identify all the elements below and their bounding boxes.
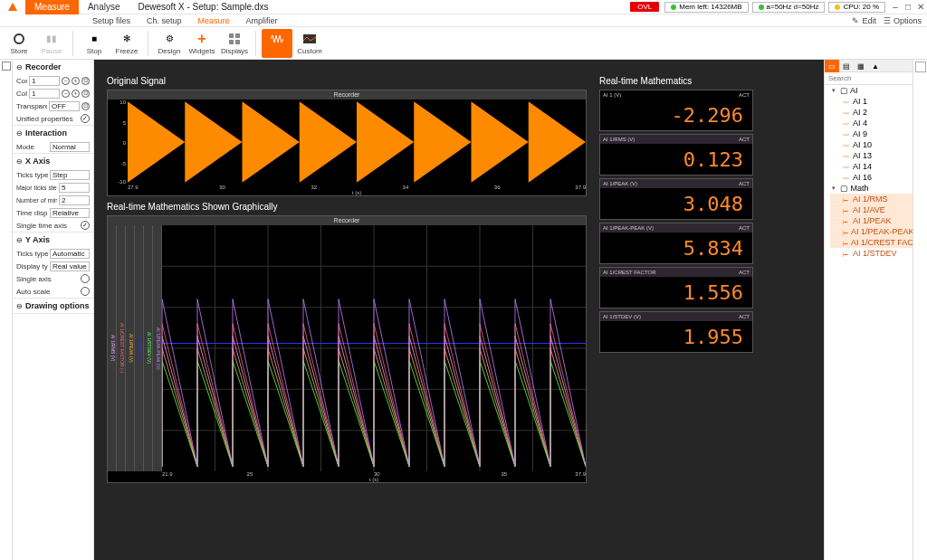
widgets-button[interactable]: +Widgets [186, 29, 217, 58]
section-drawing[interactable]: Drawing options [13, 299, 93, 313]
transparency-input[interactable]: OFF [49, 101, 80, 111]
tab-analyse[interactable]: Analyse [79, 0, 129, 14]
chart-original[interactable]: Recorder 1050-5-10 27.93032343637.9t (s) [107, 90, 587, 196]
tree-math-root[interactable]: ▢ Math [830, 183, 913, 194]
svg-rect-5 [235, 40, 240, 44]
plus-icon: + [195, 32, 209, 46]
mode-select[interactable]: Normal [50, 142, 90, 152]
mini-box[interactable] [915, 62, 926, 72]
displays-button[interactable]: Displays [219, 29, 250, 58]
window-max[interactable]: □ [902, 2, 914, 12]
stop-button[interactable]: ■Stop [79, 29, 110, 58]
controls-minus[interactable]: − [62, 77, 70, 85]
store-button[interactable]: Store [4, 29, 34, 58]
window-close[interactable]: ✕ [914, 2, 927, 12]
tree-item[interactable]: AI 9 [830, 128, 913, 139]
wave-icon [270, 32, 284, 46]
titlebar: Measure Analyse Dewesoft X - Setup: Samp… [0, 0, 927, 14]
record-icon [12, 32, 26, 46]
options-link[interactable]: ☰Options [884, 16, 922, 25]
timedisplay-select[interactable]: Relative [50, 208, 90, 218]
canvas: Original Signal Recorder 1050-5-10 27.93… [94, 60, 824, 560]
custom-button[interactable]: Custom [294, 29, 325, 58]
snowflake-icon: ✻ [119, 32, 134, 46]
tree-item[interactable]: AI 16 [830, 172, 913, 183]
columns-plus[interactable]: + [72, 90, 80, 98]
mini-strip [913, 60, 927, 560]
chart-header-2: Recorder [108, 216, 586, 225]
tree-item[interactable]: AI 10 [830, 139, 913, 150]
ovl-badge: OVL [630, 2, 659, 12]
tree-item[interactable]: AI 4 [830, 118, 913, 128]
design-button[interactable]: ⚙Design [154, 29, 185, 58]
status-freq: a=50Hz d=50Hz [752, 2, 826, 13]
tab-measure[interactable]: Measure [25, 0, 79, 14]
property-strip [0, 60, 13, 560]
controls-plus[interactable]: + [72, 77, 80, 85]
meter-2[interactable]: AI 1/PEAK (V)ACT3.048 [599, 178, 753, 220]
menu-ch-setup[interactable]: Ch. setup [139, 16, 189, 25]
tree-item[interactable]: AI 13 [830, 150, 913, 161]
controls-input[interactable]: 1 [29, 76, 60, 86]
svg-rect-4 [229, 40, 234, 44]
tree-item[interactable]: AI 2 [830, 107, 913, 118]
meter-3[interactable]: AI 1/PEAK-PEAK (V)ACT5.834 [599, 223, 753, 264]
status-cpu: CPU: 20 % [828, 2, 885, 13]
displaytype-select[interactable]: Real value [50, 261, 90, 271]
yticks-select[interactable]: Automatic [50, 249, 90, 259]
meters-title: Real-time Mathematics [599, 76, 753, 86]
minor-input[interactable]: 2 [59, 195, 90, 205]
gear-icon: ⚙ [162, 32, 177, 46]
chart-math[interactable]: Recorder AI 1/RMS (V)AI 1/CREST FACTOR (… [107, 215, 587, 483]
tree-math-item[interactable]: AI 1/PEAK [830, 215, 913, 226]
singleaxis-check[interactable] [81, 274, 90, 283]
tree-tab-1[interactable]: ▭ [825, 60, 839, 72]
freeze-button[interactable]: ✻Freeze [111, 29, 142, 58]
controls-reset[interactable]: ⊙ [81, 77, 90, 85]
tree-math-item[interactable]: AI 1/RMS [830, 194, 913, 204]
svg-rect-3 [235, 33, 240, 38]
section-yaxis[interactable]: Y Axis [13, 233, 93, 247]
menu-measure[interactable]: Measure [191, 16, 237, 25]
autoscale-check[interactable] [81, 287, 90, 296]
tree-tab-3[interactable]: ▦ [854, 60, 868, 72]
tree-math-item[interactable]: AI 1/CREST FACTOR [830, 237, 913, 248]
edit-link[interactable]: ✎Edit [852, 16, 876, 25]
tree-tab-2[interactable]: ▤ [839, 60, 854, 72]
svg-marker-0 [8, 3, 17, 11]
xticks-select[interactable]: Step [50, 170, 90, 180]
columns-reset[interactable]: ⊙ [81, 90, 90, 98]
section-recorder[interactable]: Recorder [13, 60, 93, 74]
major-input[interactable]: 5 [59, 183, 90, 193]
menu-setup-files[interactable]: Setup files [85, 16, 138, 25]
unified-check[interactable]: ✓ [81, 114, 90, 123]
singletime-check[interactable]: ✓ [81, 221, 90, 230]
pencil-icon: ✎ [852, 16, 859, 25]
meter-0[interactable]: AI 1 (V)ACT-2.296 [599, 90, 753, 131]
status-mem: Mem left: 14326MB [664, 2, 748, 13]
columns-minus[interactable]: − [62, 90, 70, 98]
section-xaxis[interactable]: X Axis [13, 154, 93, 168]
window-min[interactable]: – [889, 2, 902, 12]
pause-button[interactable]: ▮▮Pause [36, 29, 67, 58]
tree-tab-4[interactable]: ▲ [868, 60, 883, 72]
strip-toggle[interactable] [2, 62, 11, 71]
menu-amplifier[interactable]: Amplifier [239, 16, 285, 25]
meter-5[interactable]: AI 1/STDEV (V)ACT1.955 [599, 311, 753, 353]
tree-item[interactable]: AI 14 [830, 161, 913, 172]
list-icon: ☰ [884, 16, 891, 25]
section-interaction[interactable]: Interaction [13, 126, 93, 140]
recorder-button[interactable]: Recorder [262, 29, 292, 58]
meter-4[interactable]: AI 1/CREST FACTORACT1.556 [599, 267, 753, 308]
columns-input[interactable]: 1 [29, 89, 60, 99]
tree-math-item[interactable]: AI 1/STDEV [830, 248, 913, 259]
meter-1[interactable]: AI 1/RMS (V)ACT0.123 [599, 134, 753, 176]
tree-item[interactable]: AI 1 [830, 96, 913, 107]
original-signal-title: Original Signal [107, 76, 587, 86]
transparency-toggle[interactable]: ⊙ [81, 102, 90, 110]
custom-icon [302, 32, 317, 46]
tree-ai-root[interactable]: ▢ AI [830, 85, 913, 96]
tree-math-item[interactable]: AI 1/AVE [830, 204, 913, 215]
tree-math-item[interactable]: AI 1/PEAK-PEAK [830, 226, 913, 237]
channel-tree: ▭ ▤ ▦ ▲ 🔍 ▢ AIAI 1AI 2AI 4AI 9AI 10AI 13… [824, 60, 913, 560]
